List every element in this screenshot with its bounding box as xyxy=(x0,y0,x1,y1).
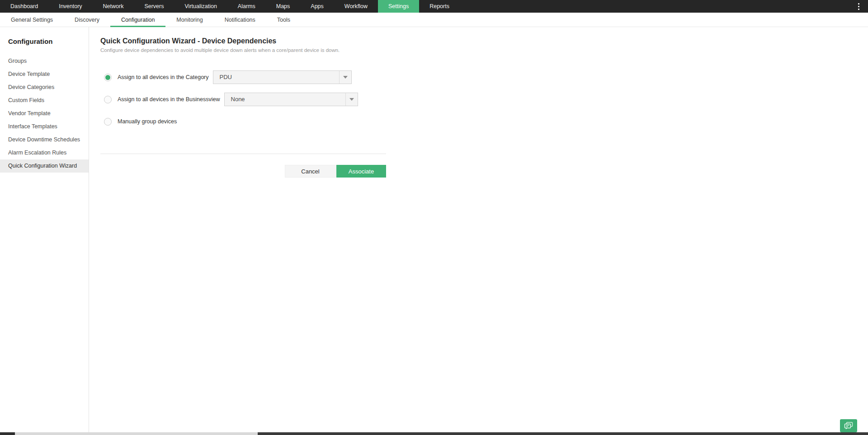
settings-tab-bar: General SettingsDiscoveryConfigurationMo… xyxy=(0,13,868,27)
businessview-dropdown[interactable]: None xyxy=(224,93,358,106)
option-label[interactable]: Assign to all devices in the Category xyxy=(118,74,209,80)
main-content: Quick Configuration Wizard - Device Depe… xyxy=(89,27,868,432)
tab-discovery[interactable]: Discovery xyxy=(64,13,110,27)
sidebar-item-quick-configuration-wizard[interactable]: Quick Configuration Wizard xyxy=(0,159,89,173)
sidebar-item-custom-fields[interactable]: Custom Fields xyxy=(0,94,89,107)
topnav-item-settings[interactable]: Settings xyxy=(378,0,419,13)
sidebar-item-alarm-escalation-rules[interactable]: Alarm Escalation Rules xyxy=(0,146,89,159)
chevron-down-icon[interactable] xyxy=(345,93,358,106)
sidebar-item-groups[interactable]: Groups xyxy=(0,55,89,68)
tab-configuration[interactable]: Configuration xyxy=(110,13,165,27)
assign-to-all-devices-in-the-businessview-radio[interactable] xyxy=(104,96,112,103)
sidebar-item-vendor-template[interactable]: Vendor Template xyxy=(0,107,89,120)
sidebar-item-device-downtime-schedules[interactable]: Device Downtime Schedules xyxy=(0,133,89,146)
tab-tools[interactable]: Tools xyxy=(266,13,301,27)
chat-button[interactable] xyxy=(840,419,857,432)
tab-notifications[interactable]: Notifications xyxy=(214,13,266,27)
dependency-option-row: Assign to all devices in the CategoryPDU xyxy=(100,70,868,84)
page-body: Configuration GroupsDevice TemplateDevic… xyxy=(0,27,868,432)
topnav-item-virtualization[interactable]: Virtualization xyxy=(175,0,227,13)
option-label[interactable]: Manually group devices xyxy=(118,118,177,125)
section-divider xyxy=(100,154,386,154)
assign-to-all-devices-in-the-category-radio[interactable] xyxy=(104,74,112,81)
topnav-item-reports[interactable]: Reports xyxy=(419,0,460,13)
sidebar-heading: Configuration xyxy=(0,37,89,45)
topnav-item-dashboard[interactable]: Dashboard xyxy=(0,0,48,13)
topnav-item-inventory[interactable]: Inventory xyxy=(48,0,92,13)
category-dropdown[interactable]: PDU xyxy=(213,70,352,84)
sidebar-item-device-categories[interactable]: Device Categories xyxy=(0,81,89,94)
dropdown-value: None xyxy=(225,93,345,106)
manually-group-devices-radio[interactable] xyxy=(104,118,112,126)
dependency-option-row: Manually group devices xyxy=(100,115,868,128)
topnav-item-apps[interactable]: Apps xyxy=(300,0,334,13)
scrollbar-thumb[interactable] xyxy=(258,432,868,435)
topnav-item-network[interactable]: Network xyxy=(93,0,134,13)
page-subtitle: Configure device dependencies to avoid m… xyxy=(100,47,868,53)
cancel-button[interactable]: Cancel xyxy=(285,165,336,178)
topnav-item-alarms[interactable]: Alarms xyxy=(227,0,266,13)
topnav-item-servers[interactable]: Servers xyxy=(134,0,174,13)
dependency-options: Assign to all devices in the CategoryPDU… xyxy=(100,70,868,128)
kebab-menu-icon[interactable] xyxy=(849,0,868,13)
configuration-sidebar: Configuration GroupsDevice TemplateDevic… xyxy=(0,27,89,432)
horizontal-scrollbar[interactable] xyxy=(0,432,868,435)
page-title: Quick Configuration Wizard - Device Depe… xyxy=(100,37,868,45)
top-navigation-bar: DashboardInventoryNetworkServersVirtuali… xyxy=(0,0,868,13)
tab-monitoring[interactable]: Monitoring xyxy=(165,13,213,27)
option-label[interactable]: Assign to all devices in the Businessvie… xyxy=(118,96,220,103)
topnav-item-workflow[interactable]: Workflow xyxy=(334,0,378,13)
chat-bubbles-icon xyxy=(844,422,854,430)
sidebar-item-interface-templates[interactable]: Interface Templates xyxy=(0,120,89,133)
dropdown-value: PDU xyxy=(213,71,339,84)
chevron-down-icon[interactable] xyxy=(339,71,351,84)
sidebar-item-device-template[interactable]: Device Template xyxy=(0,68,89,81)
topnav-item-maps[interactable]: Maps xyxy=(266,0,301,13)
dependency-option-row: Assign to all devices in the Businessvie… xyxy=(100,93,868,106)
action-buttons: Cancel Associate xyxy=(100,165,386,178)
scrollbar-left-segment xyxy=(0,432,15,435)
associate-button[interactable]: Associate xyxy=(336,165,386,178)
tab-general-settings[interactable]: General Settings xyxy=(0,13,64,27)
